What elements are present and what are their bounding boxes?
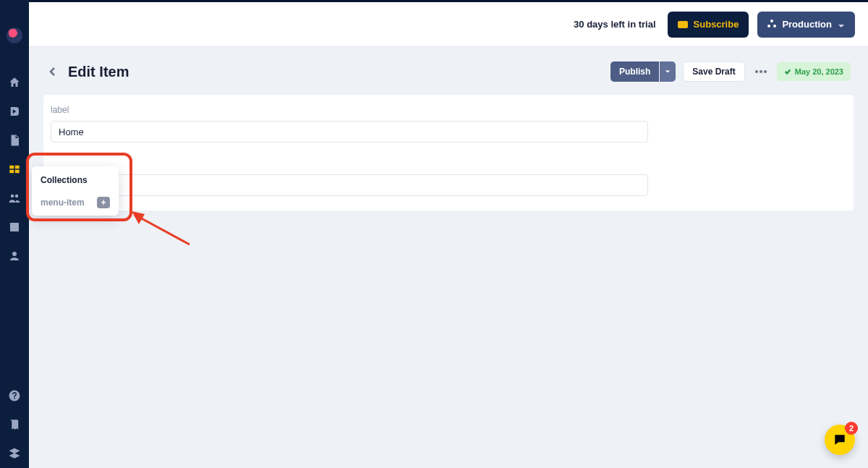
help-icon	[8, 389, 21, 402]
collections-popover: Collections menu-item +	[32, 166, 119, 216]
sidebar-item-team[interactable]	[0, 242, 29, 271]
home-icon	[8, 76, 21, 89]
popover-title: Collections	[41, 175, 110, 185]
form-panel: label	[43, 95, 854, 210]
layers-icon	[8, 447, 21, 460]
card-icon	[678, 21, 688, 28]
sidebar	[0, 0, 29, 468]
chat-badge: 2	[845, 422, 858, 435]
ellipsis-icon	[755, 70, 767, 73]
page-header: Edit Item Publish Save Draft May 20, 202…	[29, 47, 868, 95]
image-icon	[8, 221, 21, 234]
page-title: Edit Item	[68, 64, 129, 80]
subscribe-button[interactable]: Subscribe	[668, 12, 749, 38]
sidebar-item-collections[interactable]	[0, 155, 29, 184]
publish-dropdown[interactable]	[660, 61, 676, 82]
sidebar-item-docs[interactable]	[0, 410, 29, 439]
subscribe-label: Subscribe	[694, 19, 739, 30]
chevron-left-icon	[48, 67, 57, 76]
sidebar-item-layers[interactable]	[0, 439, 29, 468]
saved-date-text: May 20, 2023	[795, 67, 843, 76]
publish-button[interactable]: Publish	[610, 61, 659, 82]
sidebar-item-home[interactable]	[0, 68, 29, 97]
nodes-icon	[767, 21, 776, 28]
label-field-label: label	[51, 105, 846, 115]
save-draft-button[interactable]: Save Draft	[683, 61, 744, 82]
environment-selector[interactable]: Production	[757, 12, 855, 38]
collections-icon	[8, 163, 21, 176]
chat-launcher[interactable]: 2	[825, 425, 855, 455]
main-area: 30 days left in trial Subscribe Producti…	[29, 2, 868, 468]
production-label: Production	[782, 19, 832, 30]
topbar: 30 days left in trial Subscribe Producti…	[29, 2, 868, 47]
sidebar-item-media[interactable]	[0, 213, 29, 242]
sidebar-item-users[interactable]	[0, 184, 29, 213]
label-input[interactable]	[51, 121, 648, 142]
more-menu-button[interactable]	[752, 61, 770, 82]
team-icon	[8, 250, 21, 263]
svg-point-2	[764, 70, 767, 73]
secondary-input[interactable]	[51, 174, 648, 196]
svg-point-1	[760, 70, 762, 73]
caret-down-icon	[665, 69, 671, 75]
collection-name: menu-item	[41, 197, 85, 208]
back-button[interactable]	[46, 65, 59, 78]
chat-icon	[833, 433, 847, 447]
blog-icon	[8, 105, 21, 118]
add-collection-button[interactable]: +	[97, 197, 110, 208]
sidebar-item-pages[interactable]	[0, 126, 29, 155]
sidebar-item-blog[interactable]	[0, 97, 29, 126]
saved-date-badge: May 20, 2023	[777, 62, 851, 81]
users-icon	[8, 192, 21, 205]
app-logo	[7, 27, 22, 43]
book-icon	[8, 418, 21, 431]
trial-status: 30 days left in trial	[574, 19, 655, 30]
page-icon	[8, 134, 21, 147]
check-icon	[784, 68, 791, 75]
sidebar-item-help[interactable]	[0, 381, 29, 410]
svg-point-0	[755, 70, 758, 73]
chevron-down-icon	[838, 21, 845, 28]
collection-row[interactable]: menu-item +	[41, 197, 110, 208]
